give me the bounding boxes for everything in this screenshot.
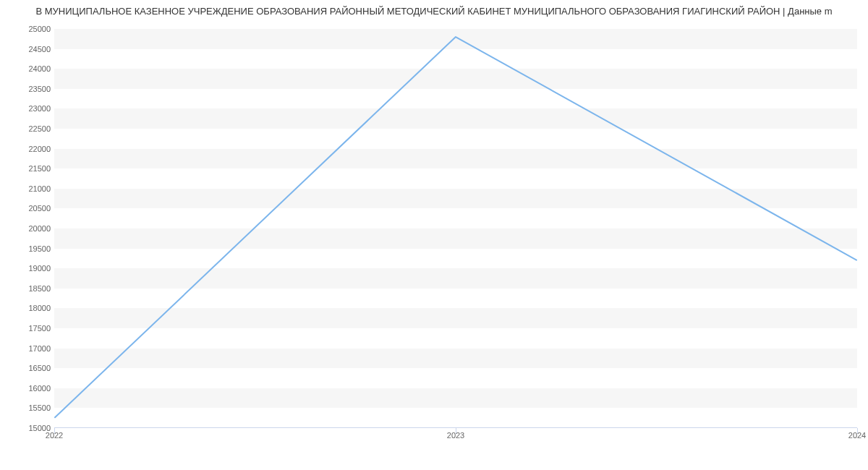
y-axis-tick: 25000 bbox=[7, 25, 51, 33]
y-axis-tick: 18500 bbox=[7, 284, 51, 293]
y-axis-tick: 17500 bbox=[7, 324, 51, 333]
y-axis-tick: 23000 bbox=[7, 104, 51, 113]
y-axis-tick: 19500 bbox=[7, 244, 51, 253]
y-axis-tick: 24500 bbox=[7, 45, 51, 54]
y-axis-tick: 21500 bbox=[7, 164, 51, 173]
y-axis-tick: 20500 bbox=[7, 204, 51, 213]
chart-title: В МУНИЦИПАЛЬНОЕ КАЗЕННОЕ УЧРЕЖДЕНИЕ ОБРА… bbox=[0, 0, 868, 17]
x-axis-tick: 2022 bbox=[46, 431, 63, 440]
y-axis-tick: 16500 bbox=[7, 364, 51, 372]
y-axis-tick: 18000 bbox=[7, 304, 51, 312]
y-axis-tick: 24000 bbox=[7, 64, 51, 73]
y-axis-tick: 15000 bbox=[7, 424, 51, 432]
plot-area bbox=[54, 29, 857, 428]
y-axis-tick: 20000 bbox=[7, 224, 51, 233]
x-axis-tick: 2024 bbox=[848, 431, 866, 440]
y-axis-tick: 22500 bbox=[7, 124, 51, 133]
line-series bbox=[54, 29, 857, 427]
y-axis-tick: 21000 bbox=[7, 184, 51, 193]
y-axis-tick: 23500 bbox=[7, 85, 51, 93]
y-axis-tick: 19000 bbox=[7, 264, 51, 273]
y-axis-tick: 17000 bbox=[7, 344, 51, 353]
y-axis-tick: 16000 bbox=[7, 384, 51, 393]
chart-container: 1500015500160001650017000175001800018500… bbox=[0, 22, 868, 456]
y-axis-tick: 15500 bbox=[7, 403, 51, 412]
x-axis-tick: 2023 bbox=[447, 431, 464, 440]
y-axis-tick: 22000 bbox=[7, 145, 51, 153]
